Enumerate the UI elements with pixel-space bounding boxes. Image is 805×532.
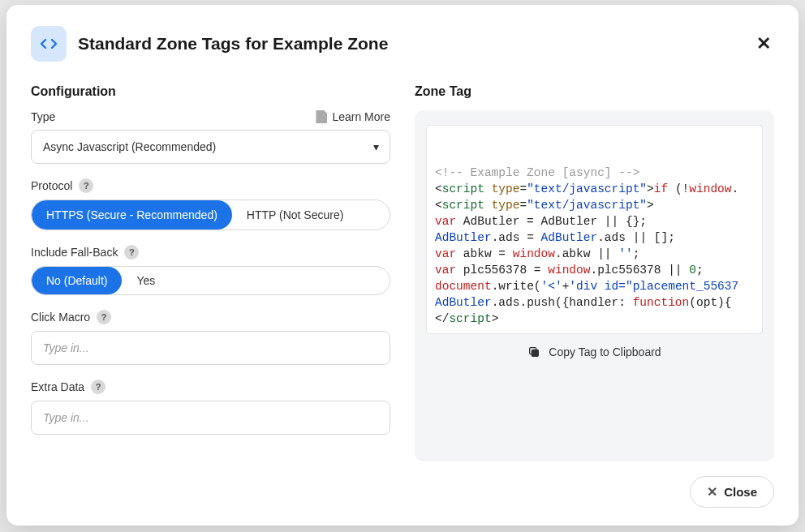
click-macro-label: Click Macro <box>31 311 90 324</box>
configuration-heading: Configuration <box>31 84 390 99</box>
modal-header: Standard Zone Tags for Example Zone ✕ <box>31 26 774 62</box>
configuration-panel: Configuration Type Learn More Async Java… <box>31 84 390 461</box>
protocol-http-button[interactable]: HTTP (Not Secure) <box>232 200 359 230</box>
modal: Standard Zone Tags for Example Zone ✕ Co… <box>6 5 799 526</box>
modal-footer: ✕ Close <box>31 461 774 508</box>
modal-title: Standard Zone Tags for Example Zone <box>78 34 742 54</box>
fallback-label-row: Include Fall-Back ? <box>31 245 390 260</box>
click-macro-label-row: Click Macro ? <box>31 310 390 324</box>
extra-data-label-row: Extra Data ? <box>31 380 390 394</box>
learn-more-text: Learn More <box>332 110 390 123</box>
fallback-segmented: No (Default) Yes <box>31 266 390 295</box>
code-icon <box>31 26 67 62</box>
type-label: Type <box>31 110 55 123</box>
protocol-label: Protocol <box>31 179 72 192</box>
type-select[interactable]: Async Javascript (Recommended) ▾ <box>31 130 390 164</box>
document-icon <box>316 110 327 123</box>
zone-tag-panel: Zone Tag <!-- Example Zone [async] --> <… <box>415 84 774 461</box>
protocol-segmented: HTTPS (Secure - Recommended) HTTP (Not S… <box>31 200 390 230</box>
fallback-label: Include Fall-Back <box>31 246 118 259</box>
fallback-yes-button[interactable]: Yes <box>122 267 170 294</box>
protocol-https-button[interactable]: HTTPS (Secure - Recommended) <box>32 200 232 230</box>
zone-tag-heading: Zone Tag <box>415 84 774 99</box>
close-button[interactable]: ✕ Close <box>690 476 774 508</box>
copy-button[interactable]: Copy Tag to Clipboard <box>426 345 763 358</box>
close-icon[interactable]: ✕ <box>753 32 774 56</box>
learn-more-link[interactable]: Learn More <box>316 110 390 123</box>
extra-data-input[interactable] <box>31 401 390 435</box>
clipboard-icon <box>527 345 540 358</box>
fallback-no-button[interactable]: No (Default) <box>32 267 122 294</box>
code-panel: <!-- Example Zone [async] --> <script ty… <box>415 110 774 461</box>
svg-rect-0 <box>532 350 539 356</box>
help-icon[interactable]: ? <box>79 178 93 193</box>
help-icon[interactable]: ? <box>97 310 111 324</box>
type-select-value: Async Javascript (Recommended) <box>43 140 216 153</box>
copy-label: Copy Tag to Clipboard <box>549 345 661 358</box>
help-icon[interactable]: ? <box>124 245 139 260</box>
protocol-label-row: Protocol ? <box>31 178 390 193</box>
extra-data-label: Extra Data <box>31 380 84 393</box>
close-label: Close <box>724 485 757 499</box>
help-icon[interactable]: ? <box>91 380 105 394</box>
modal-body: Configuration Type Learn More Async Java… <box>31 84 774 461</box>
code-box[interactable]: <!-- Example Zone [async] --> <script ty… <box>426 125 763 334</box>
click-macro-input[interactable] <box>31 331 390 365</box>
type-row: Type Learn More <box>31 110 390 123</box>
close-icon: ✕ <box>707 484 717 500</box>
